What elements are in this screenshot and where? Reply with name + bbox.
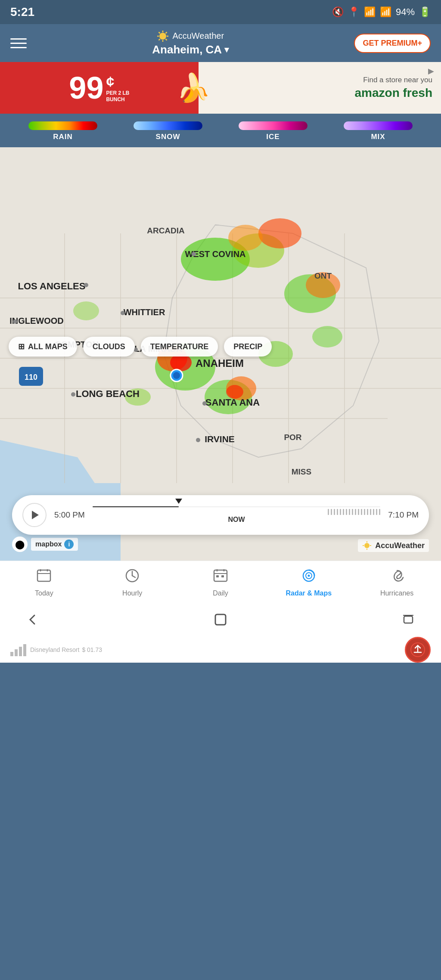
location-label: Anaheim, CA xyxy=(152,43,222,56)
premium-button[interactable]: GET PREMIUM+ xyxy=(354,34,431,53)
start-time-label: 5:00 PM xyxy=(54,510,85,520)
svg-text:ANAHEIM: ANAHEIM xyxy=(196,357,244,369)
nav-radar-maps[interactable]: Radar & Maps xyxy=(264,568,353,597)
location-row[interactable]: Anaheim, CA ▾ xyxy=(152,43,229,56)
svg-rect-82 xyxy=(214,570,227,581)
tab-all-maps[interactable]: ⊞ ALL MAPS xyxy=(9,337,77,357)
back-button[interactable] xyxy=(26,613,40,626)
bottom-status-bar: Disneyland Resort $ 01.73 xyxy=(0,637,441,663)
svg-point-42 xyxy=(84,283,88,287)
slider-ticks xyxy=(93,509,380,515)
logo-text: AccuWeather xyxy=(172,31,224,41)
svg-text:ONT: ONT xyxy=(314,271,332,280)
legend-mix: MIX xyxy=(344,121,413,141)
svg-rect-96 xyxy=(19,647,22,656)
svg-line-7 xyxy=(166,32,167,33)
radar-maps-label: Radar & Maps xyxy=(286,589,332,597)
svg-point-40 xyxy=(73,301,99,320)
svg-text:SANTA ANA: SANTA ANA xyxy=(205,397,260,408)
status-icons: 🔇 📍 📶 📶 94% 🔋 xyxy=(332,6,431,18)
slider-bar-fill xyxy=(93,506,179,507)
nav-today[interactable]: Today xyxy=(0,568,88,597)
play-button[interactable] xyxy=(22,503,47,527)
ice-label: ICE xyxy=(266,133,280,141)
legend-ice: ICE xyxy=(239,121,307,141)
accuweather-logo: AccuWeather xyxy=(157,30,224,42)
ad-cents: ¢ xyxy=(106,73,129,90)
all-maps-label: ALL MAPS xyxy=(28,342,68,351)
svg-text:LONG BEACH: LONG BEACH xyxy=(76,388,140,399)
accuweather-attribution: AccuWeather xyxy=(358,539,429,552)
tab-temperature[interactable]: TEMPERATURE xyxy=(141,337,218,357)
nav-daily[interactable]: Daily xyxy=(177,568,265,597)
hamburger-menu[interactable] xyxy=(10,38,27,48)
mapbox-logo-icon: ⬤ xyxy=(12,537,28,552)
recents-button[interactable] xyxy=(401,613,415,626)
svg-rect-86 xyxy=(216,575,219,577)
mute-icon: 🔇 xyxy=(332,6,344,18)
map-tabs: ⊞ ALL MAPS CLOUDS TEMPERATURE PRECIP xyxy=(0,337,441,357)
snow-gradient xyxy=(134,121,202,130)
home-button[interactable] xyxy=(214,613,227,626)
map-attribution: ⬤ mapbox i xyxy=(12,537,78,552)
ad-play-icon[interactable]: ▶ xyxy=(428,66,434,76)
signal-bars-icon xyxy=(10,643,28,656)
svg-rect-94 xyxy=(10,652,13,656)
mapbox-text: mapbox i xyxy=(31,538,78,551)
svg-point-27 xyxy=(258,218,301,248)
system-nav-bar xyxy=(0,602,441,637)
tab-precip[interactable]: PRECIP xyxy=(224,337,272,357)
battery-icon: 🔋 xyxy=(419,6,431,18)
bottom-status-left: Disneyland Resort $ 01.73 xyxy=(10,643,102,656)
svg-point-28 xyxy=(228,225,263,251)
ad-price: 99 xyxy=(69,72,103,103)
svg-point-46 xyxy=(13,319,17,324)
play-triangle-icon xyxy=(32,511,39,519)
hourly-icon xyxy=(124,568,140,587)
svg-point-90 xyxy=(307,575,310,577)
svg-point-57 xyxy=(71,392,75,397)
clouds-label: CLOUDS xyxy=(93,342,125,351)
nav-hurricanes[interactable]: Hurricanes xyxy=(353,568,441,597)
svg-rect-97 xyxy=(23,644,26,656)
svg-line-6 xyxy=(166,39,167,40)
layers-icon: ⊞ xyxy=(18,342,25,351)
svg-line-5 xyxy=(159,32,160,33)
daily-label: Daily xyxy=(213,589,228,597)
ad-banner: 99 ¢ PER 2 LBBUNCH 🍌 Find a store near y… xyxy=(0,62,441,114)
info-icon[interactable]: i xyxy=(64,540,74,549)
temperature-label: TEMPERATURE xyxy=(150,342,209,351)
svg-point-48 xyxy=(121,311,125,315)
ad-sub-text: PER 2 LBBUNCH xyxy=(106,90,129,102)
svg-rect-92 xyxy=(404,616,413,623)
svg-rect-91 xyxy=(215,614,226,625)
svg-point-61 xyxy=(196,438,200,442)
accu-attrib-label: AccuWeather xyxy=(375,541,425,550)
tab-clouds[interactable]: CLOUDS xyxy=(83,337,135,357)
accu-sun-icon xyxy=(362,541,372,550)
rain-label: RAIN xyxy=(53,133,73,141)
mapbox-label: mapbox xyxy=(35,540,62,548)
svg-text:110: 110 xyxy=(25,373,37,381)
svg-text:MISS: MISS xyxy=(292,467,311,476)
header-center: AccuWeather Anaheim, CA ▾ xyxy=(152,30,229,56)
rain-gradient xyxy=(28,121,97,130)
amazon-fresh-logo: amazon fresh xyxy=(354,86,432,100)
chevron-down-icon: ▾ xyxy=(224,44,229,55)
today-label: Today xyxy=(35,589,53,597)
svg-rect-75 xyxy=(37,570,50,581)
ice-gradient xyxy=(239,121,307,130)
time-slider[interactable]: 5:00 PM NOW 7:10 PM xyxy=(12,495,429,535)
hurricanes-label: Hurricanes xyxy=(380,589,413,597)
time-slider-track[interactable]: NOW xyxy=(93,506,380,524)
mix-label: MIX xyxy=(371,133,385,141)
svg-line-81 xyxy=(132,576,135,577)
nav-hourly[interactable]: Hourly xyxy=(88,568,177,597)
status-time: 5:21 xyxy=(10,5,34,19)
svg-point-55 xyxy=(173,372,180,379)
precip-label: PRECIP xyxy=(233,342,262,351)
snow-label: SNOW xyxy=(156,133,180,141)
legend-snow: SNOW xyxy=(134,121,202,141)
radar-maps-icon xyxy=(301,568,317,587)
wifi-icon: 📶 xyxy=(364,6,376,18)
